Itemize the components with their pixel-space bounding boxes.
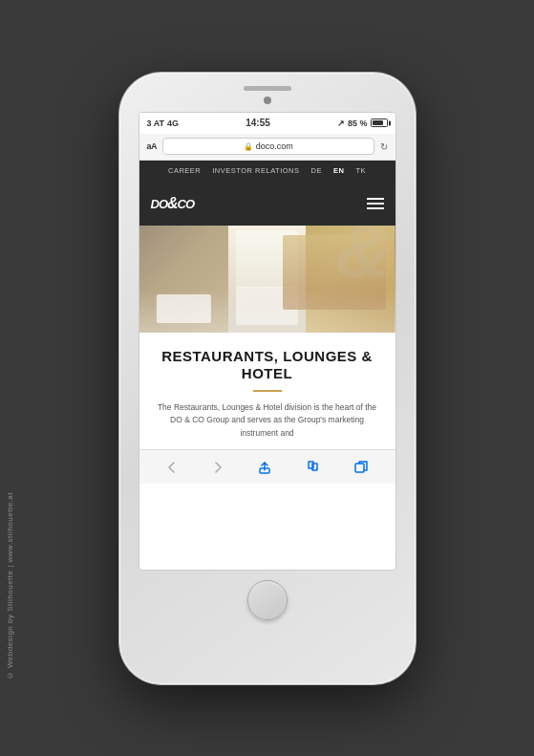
carrier-text: 3 AT xyxy=(147,119,165,128)
phone-screen: 3 AT 4G 14:55 ↗ 85 % aA 🔒 doco.com ↻ CA xyxy=(139,112,396,571)
battery-icon xyxy=(371,119,388,127)
nav-item-tk[interactable]: TK xyxy=(355,166,366,175)
home-button[interactable] xyxy=(247,580,288,620)
hamburger-line-3 xyxy=(367,207,384,209)
nav-item-career[interactable]: CAREER xyxy=(168,166,201,175)
phone-top xyxy=(119,73,416,112)
phone-speaker xyxy=(244,86,291,91)
site-header: DO&CO xyxy=(139,182,395,226)
copyright-text: © Webdesign by Stilhouette | www.stilhou… xyxy=(6,492,14,680)
nav-item-de[interactable]: DE xyxy=(311,166,322,175)
network-type: 4G xyxy=(167,119,179,128)
nav-item-en[interactable]: EN xyxy=(333,166,344,175)
phone-frame: 3 AT 4G 14:55 ↗ 85 % aA 🔒 doco.com ↻ CA xyxy=(119,73,416,684)
site-nav-bar: CAREER INVESTOR RELATIONS DE EN TK xyxy=(139,161,395,182)
battery-fill xyxy=(373,120,384,125)
tabs-button[interactable] xyxy=(353,460,369,475)
forward-button[interactable] xyxy=(211,461,224,474)
page-title: RESTAURANTS, LOUNGES & HOTEL xyxy=(155,348,380,382)
phone-camera xyxy=(264,97,271,104)
battery-percent: 85 % xyxy=(348,119,368,128)
hero-overlay xyxy=(139,226,395,333)
svg-rect-4 xyxy=(355,464,364,472)
url-text: doco.com xyxy=(256,141,293,151)
logo-text: DO xyxy=(151,197,168,211)
browser-text-size[interactable]: aA xyxy=(147,141,158,151)
hero-image: & xyxy=(139,226,395,333)
browser-bottom-bar xyxy=(139,449,395,484)
browser-url-field[interactable]: 🔒 doco.com xyxy=(162,138,374,155)
back-button[interactable] xyxy=(165,461,179,474)
status-bar: 3 AT 4G 14:55 ↗ 85 % xyxy=(139,113,395,134)
divider-line xyxy=(253,390,282,392)
title-divider xyxy=(155,390,380,392)
share-button[interactable] xyxy=(257,460,272,475)
logo-ampersand: & xyxy=(167,195,178,212)
lock-icon: 🔒 xyxy=(244,142,253,151)
page-description: The Restaurants, Lounges & Hotel divisio… xyxy=(155,401,380,441)
doco-logo[interactable]: DO&CO xyxy=(151,195,195,212)
status-right: ↗ 85 % xyxy=(337,119,388,128)
refresh-icon[interactable]: ↻ xyxy=(380,141,388,152)
phone-bottom xyxy=(247,580,288,620)
nav-item-investor-relations[interactable]: INVESTOR RELATIONS xyxy=(212,166,299,175)
bookmarks-button[interactable] xyxy=(306,460,321,475)
logo-co: CO xyxy=(178,197,195,211)
svg-rect-3 xyxy=(312,464,317,470)
content-area: RESTAURANTS, LOUNGES & HOTEL The Restaur… xyxy=(139,333,395,450)
status-left: 3 AT 4G xyxy=(147,119,180,128)
hamburger-menu-button[interactable] xyxy=(367,198,384,209)
hamburger-line-1 xyxy=(367,198,384,200)
browser-bar: aA 🔒 doco.com ↻ xyxy=(139,134,395,161)
hamburger-line-2 xyxy=(367,203,384,205)
status-time: 14:55 xyxy=(246,118,270,128)
location-arrow-icon: ↗ xyxy=(337,119,345,128)
